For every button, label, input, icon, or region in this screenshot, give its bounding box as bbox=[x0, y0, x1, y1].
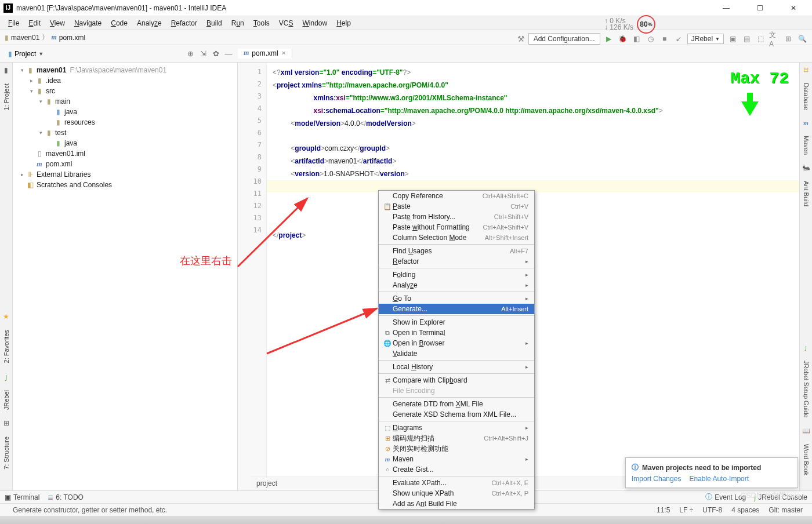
breadcrumb-project[interactable]: ▮maven01 bbox=[5, 34, 39, 42]
build-icon[interactable]: ⚒ bbox=[517, 34, 525, 43]
menu-analyze[interactable]: Analyze bbox=[133, 18, 165, 28]
ctx-paste-noformat[interactable]: Paste without FormattingCtrl+Alt+Shift+V bbox=[379, 222, 534, 232]
ctx-refactor[interactable]: Refactor▸ bbox=[379, 256, 534, 267]
structure-icon[interactable]: ⊞ bbox=[783, 34, 793, 44]
tree-pom[interactable]: mpom.xml bbox=[13, 159, 237, 169]
tab-eventlog[interactable]: ⓘEvent Log bbox=[705, 492, 746, 502]
settings-icon[interactable]: ✿ bbox=[211, 49, 220, 59]
run-icon[interactable]: ▶ bbox=[604, 34, 614, 44]
tree-root[interactable]: ▾▮maven01F:\Java\space\maven\maven01 bbox=[13, 65, 237, 75]
ctx-find-usages[interactable]: Find UsagesAlt+F7 bbox=[379, 246, 534, 256]
tree-java2[interactable]: ▮java bbox=[13, 138, 237, 148]
tab-project[interactable]: 1: Project bbox=[2, 81, 11, 112]
ctx-close-realtime[interactable]: ⊘关闭实时检测功能 bbox=[379, 443, 534, 454]
ctx-validate[interactable]: Validate bbox=[379, 348, 534, 359]
ctx-goto[interactable]: Go To▸ bbox=[379, 293, 534, 304]
menu-edit[interactable]: Edit bbox=[25, 18, 44, 28]
ctx-diagrams[interactable]: ⬚Diagrams▸ bbox=[379, 423, 534, 433]
ctx-scan-rules[interactable]: ⊞编码规约扫描Ctrl+Alt+Shift+J bbox=[379, 433, 534, 443]
menu-file[interactable]: File bbox=[5, 18, 23, 28]
breadcrumb-file[interactable]: mpom.xml bbox=[51, 33, 85, 42]
tab-favorites[interactable]: 2: Favorites bbox=[2, 328, 11, 365]
ctx-show-explorer[interactable]: Show in Explorer bbox=[379, 317, 534, 328]
tree-resources[interactable]: ▮resources bbox=[13, 117, 237, 128]
ctx-create-gist[interactable]: ○Create Gist... bbox=[379, 464, 534, 475]
ctx-analyze[interactable]: Analyze▸ bbox=[379, 280, 534, 290]
tree-external[interactable]: ▸⊪External Libraries bbox=[13, 169, 237, 180]
status-indent[interactable]: 4 spaces bbox=[727, 506, 764, 514]
stop-icon[interactable]: ■ bbox=[659, 34, 670, 44]
menu-run[interactable]: Run bbox=[228, 18, 248, 28]
ctx-open-browser[interactable]: 🌐Open in Browser▸ bbox=[379, 338, 534, 348]
tool2-icon[interactable]: ▤ bbox=[741, 34, 752, 44]
tab-database[interactable]: Database bbox=[802, 81, 811, 112]
tree-test[interactable]: ▾▮test bbox=[13, 128, 237, 138]
code-area[interactable]: <?xml version="1.0" encoding="UTF-8"?> <… bbox=[267, 63, 812, 490]
tree-src[interactable]: ▾▮src bbox=[13, 86, 237, 96]
status-le[interactable]: LF ÷ bbox=[675, 506, 698, 514]
tab-jrebel[interactable]: JRebel bbox=[2, 388, 11, 412]
status-git[interactable]: Git: master bbox=[764, 506, 807, 514]
tab-antbuild[interactable]: Ant Build bbox=[802, 179, 811, 209]
locate-icon[interactable]: ⊕ bbox=[186, 49, 195, 59]
menu-build[interactable]: Build bbox=[203, 18, 226, 28]
tree-iml[interactable]: ▯maven01.iml bbox=[13, 148, 237, 159]
ctx-show-xpath[interactable]: Show unique XPathCtrl+Alt+X, P bbox=[379, 488, 534, 498]
menu-window[interactable]: Window bbox=[299, 18, 331, 28]
tab-terminal[interactable]: ▣Terminal bbox=[5, 493, 39, 501]
close-tab-icon[interactable]: ✕ bbox=[281, 50, 286, 56]
tree-scratches[interactable]: ◧Scratches and Consoles bbox=[13, 180, 237, 190]
menu-refactor[interactable]: Refactor bbox=[168, 18, 201, 28]
menu-help[interactable]: Help bbox=[333, 18, 354, 28]
project-view-select[interactable]: ▮ Project ▼ bbox=[5, 49, 47, 59]
ctx-maven[interactable]: mMaven▸ bbox=[379, 454, 534, 464]
link-import-changes[interactable]: Import Changes bbox=[632, 475, 681, 483]
tab-wordbook[interactable]: Word Book bbox=[802, 442, 811, 478]
tab-maven[interactable]: Maven bbox=[802, 133, 811, 157]
close-button[interactable]: ✕ bbox=[782, 4, 805, 12]
tool1-icon[interactable]: ▣ bbox=[727, 34, 738, 44]
coverage-icon[interactable]: ◧ bbox=[632, 34, 642, 44]
ctx-add-ant[interactable]: Add as Ant Build File bbox=[379, 498, 534, 509]
ctx-paste-history[interactable]: Paste from History...Ctrl+Shift+V bbox=[379, 212, 534, 222]
tree-java1[interactable]: ▮java bbox=[13, 107, 237, 117]
minimize-button[interactable]: — bbox=[715, 4, 738, 12]
ctx-paste[interactable]: 📋PasteCtrl+V bbox=[379, 201, 534, 212]
tab-jrebel-console[interactable]: ȷJRebel Console bbox=[754, 493, 807, 501]
hide-icon[interactable]: — bbox=[224, 49, 233, 59]
ctx-eval-xpath[interactable]: Evaluate XPath...Ctrl+Alt+X, E bbox=[379, 478, 534, 488]
ctx-compare-clipboard[interactable]: ⇄Compare with Clipboard bbox=[379, 375, 534, 385]
jrebel-select[interactable]: JRebel▼ bbox=[687, 34, 724, 44]
tab-todo[interactable]: ≣6: TODO bbox=[48, 493, 84, 501]
profile-icon[interactable]: ◷ bbox=[646, 34, 656, 44]
menu-view[interactable]: View bbox=[46, 18, 68, 28]
tab-jrebel-setup[interactable]: JRebel Setup Guide bbox=[802, 358, 811, 420]
menu-tools[interactable]: Tools bbox=[250, 18, 273, 28]
search-icon[interactable]: 🔍 bbox=[797, 34, 807, 44]
menu-navigate[interactable]: Navigate bbox=[71, 18, 105, 28]
collapse-icon[interactable]: ⇲ bbox=[198, 49, 208, 59]
status-pos[interactable]: 11:5 bbox=[652, 506, 675, 514]
tool3-icon[interactable]: ⬚ bbox=[755, 34, 766, 44]
status-enc[interactable]: UTF-8 bbox=[698, 506, 727, 514]
tree-main[interactable]: ▾▮main bbox=[13, 96, 237, 107]
debug-icon[interactable]: 🐞 bbox=[618, 34, 628, 44]
add-configuration-button[interactable]: Add Configuration... bbox=[528, 33, 600, 45]
menu-vcs[interactable]: VCS bbox=[276, 18, 297, 28]
ctx-generate-dtd[interactable]: Generate DTD from XML File bbox=[379, 399, 534, 409]
editor-tab-pom[interactable]: m pom.xml ✕ bbox=[238, 49, 292, 59]
ctx-local-history[interactable]: Local History▸ bbox=[379, 362, 534, 372]
ctx-copy-reference[interactable]: Copy ReferenceCtrl+Alt+Shift+C bbox=[379, 191, 534, 201]
menu-code[interactable]: Code bbox=[107, 18, 131, 28]
vcs-icon[interactable]: ↙ bbox=[673, 34, 684, 44]
tree-idea[interactable]: ▸▮.idea bbox=[13, 75, 237, 86]
ctx-generate-xsd[interactable]: Generate XSD Schema from XML File... bbox=[379, 409, 534, 420]
ctx-open-terminal[interactable]: ⧉Open in Terminal bbox=[379, 328, 534, 338]
link-enable-autoimport[interactable]: Enable Auto-Import bbox=[689, 475, 749, 483]
ctx-folding[interactable]: Folding▸ bbox=[379, 270, 534, 280]
ctx-column-select[interactable]: Column Selection ModeAlt+Shift+Insert bbox=[379, 232, 534, 243]
tab-structure[interactable]: 7: Structure bbox=[2, 434, 11, 472]
maximize-button[interactable]: ☐ bbox=[748, 4, 771, 12]
translate-icon[interactable]: 文A bbox=[769, 34, 780, 44]
ctx-generate[interactable]: Generate...Alt+Insert bbox=[379, 304, 534, 314]
